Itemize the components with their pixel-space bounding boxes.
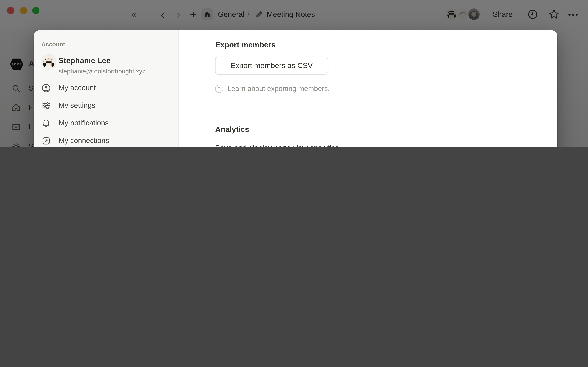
settings-modal-sidebar: Account Stephanie Lee stephanie@toolsfor… — [34, 30, 179, 147]
settings-modal-content: Export members Export members as CSV ? L… — [179, 30, 558, 147]
section-divider — [215, 111, 527, 111]
person-circle-icon — [41, 83, 51, 93]
user-avatar — [41, 55, 56, 69]
help-circle-icon: ? — [215, 85, 223, 93]
sliders-icon — [41, 101, 51, 110]
page-view-analytics-setting-title: Save and display page view analytics — [215, 143, 339, 147]
menu-item-label: My notifications — [59, 119, 109, 127]
export-members-csv-button[interactable]: Export members as CSV — [215, 57, 328, 75]
user-email: stephanie@toolsforthought.xyz — [59, 68, 146, 75]
learn-exporting-link[interactable]: ? Learn about exporting members. — [215, 84, 330, 93]
account-section-header: Account — [41, 41, 65, 48]
menu-item-my-settings[interactable]: My settings — [34, 97, 178, 114]
menu-item-my-account[interactable]: My account — [34, 80, 178, 96]
menu-item-label: My account — [59, 84, 96, 92]
external-link-icon — [41, 136, 51, 146]
help-text: Learn about exporting members. — [227, 84, 330, 93]
settings-modal: Account Stephanie Lee stephanie@toolsfor… — [34, 30, 557, 147]
app-window: « ‹ › + General / Meeting Notes — [0, 0, 588, 147]
export-members-title: Export members — [215, 41, 276, 49]
user-name: Stephanie Lee — [59, 56, 111, 65]
menu-item-label: My connections — [59, 137, 109, 145]
menu-item-my-connections[interactable]: My connections — [34, 132, 178, 147]
analytics-title: Analytics — [215, 125, 249, 134]
menu-item-label: My settings — [59, 101, 95, 110]
bell-icon — [41, 118, 51, 128]
menu-item-my-notifications[interactable]: My notifications — [34, 115, 178, 132]
